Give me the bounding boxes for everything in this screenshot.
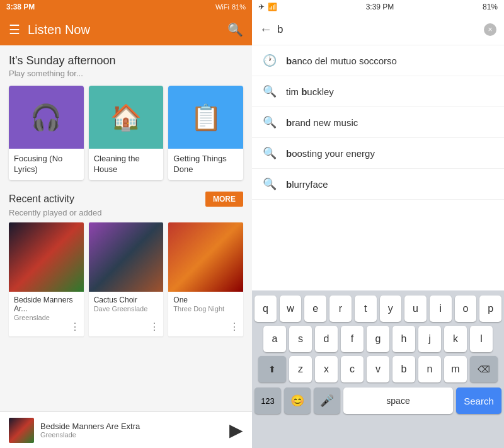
card-img-getting: 📋: [168, 86, 243, 149]
key-z[interactable]: z: [289, 356, 312, 382]
suggestion-item-1[interactable]: 🕐 banco del mutuo soccorso: [252, 45, 504, 76]
battery-left: 81%: [232, 3, 246, 11]
cards-row: 🎧 Focusing (No Lyrics) 🏠 Cleaning the Ho…: [0, 79, 252, 187]
key-t[interactable]: t: [355, 296, 377, 322]
card-img-cleaning: 🏠: [89, 86, 164, 149]
suggestion-text-1: banco del mutuo soccorso: [286, 55, 397, 66]
key-u[interactable]: u: [404, 296, 427, 322]
suggestion-item-2[interactable]: 🔍 tim buckley: [252, 76, 504, 107]
key-q[interactable]: q: [255, 296, 277, 322]
album-art-2: [89, 222, 164, 292]
key-row-2: a s d f g h j k l: [255, 326, 501, 352]
key-i[interactable]: i: [430, 296, 452, 322]
hamburger-menu[interactable]: ☰: [9, 22, 20, 37]
key-x[interactable]: x: [315, 356, 338, 382]
key-k[interactable]: k: [444, 326, 467, 352]
key-b[interactable]: b: [392, 356, 415, 382]
key-search[interactable]: Search: [456, 388, 501, 414]
clear-button[interactable]: ×: [484, 23, 496, 36]
key-space[interactable]: space: [343, 388, 453, 414]
key-row-3: ⬆ z x c v b n m ⌫: [255, 356, 501, 382]
status-bar-left: 3:38 PM WiFi 81%: [0, 0, 252, 14]
key-c[interactable]: c: [341, 356, 364, 382]
key-g[interactable]: g: [367, 326, 389, 352]
key-w[interactable]: w: [280, 296, 302, 322]
suggestion-item-5[interactable]: 🔍 blurryface: [252, 169, 504, 200]
key-e[interactable]: e: [304, 296, 326, 322]
heading-title: It's Sunday afternoon: [9, 54, 243, 67]
back-arrow-button[interactable]: ←: [260, 22, 272, 37]
suggestion-text-3: brand new music: [286, 117, 358, 128]
card-img-focusing: 🎧: [9, 86, 84, 149]
key-l[interactable]: l: [470, 326, 493, 352]
key-p[interactable]: p: [479, 296, 501, 322]
toolbar: ☰ Listen Now 🔍: [0, 14, 252, 45]
suggestion-item-4[interactable]: 🔍 boosting your energy: [252, 138, 504, 169]
listen-content: It's Sunday afternoon Play something for…: [0, 45, 252, 411]
battery-right: 81%: [483, 3, 498, 11]
key-d[interactable]: d: [315, 326, 338, 352]
album-row: Bedside Manners Ar... Greenslade ⋮ Cactu…: [9, 222, 243, 336]
search-input[interactable]: [277, 23, 479, 36]
search-button[interactable]: 🔍: [227, 22, 243, 37]
status-bar-right: ✈ 📶 3:39 PM 81%: [252, 0, 504, 14]
key-a[interactable]: a: [263, 326, 286, 352]
status-right-icons: ✈ 📶: [258, 3, 277, 11]
card-label-getting: Getting Things Done: [168, 149, 243, 180]
album-dots-2[interactable]: ⋮: [149, 321, 159, 333]
album-card-3[interactable]: One Three Dog Night ⋮: [168, 222, 243, 336]
play-button[interactable]: ▶: [229, 420, 243, 440]
right-panel: ✈ 📶 3:39 PM 81% ← × 🕐 banco del mutuo so…: [252, 0, 504, 448]
delete-key[interactable]: ⌫: [470, 356, 498, 382]
recent-title: Recent activity: [9, 193, 74, 205]
key-h[interactable]: h: [392, 326, 415, 352]
album-name-2: Cactus Choir: [94, 296, 159, 304]
album-card-2[interactable]: Cactus Choir Dave Greenslade ⋮: [89, 222, 164, 336]
key-r[interactable]: r: [329, 296, 352, 322]
key-123[interactable]: 123: [255, 388, 281, 414]
suggestion-text-2: tim buckley: [286, 86, 334, 97]
album-name-1: Bedside Manners Ar...: [14, 296, 79, 313]
now-playing-art: [9, 418, 34, 443]
suggestion-item-3[interactable]: 🔍 brand new music: [252, 107, 504, 138]
toolbar-title: Listen Now: [28, 23, 90, 37]
album-card-1[interactable]: Bedside Manners Ar... Greenslade ⋮: [9, 222, 84, 336]
status-icons-left: WiFi 81%: [215, 3, 246, 11]
search-bar: ← ×: [252, 14, 504, 45]
key-n[interactable]: n: [418, 356, 441, 382]
key-y[interactable]: y: [380, 296, 402, 322]
now-playing-artist: Greenslade: [40, 431, 140, 439]
album-dots-1[interactable]: ⋮: [70, 321, 80, 333]
album-dots-3[interactable]: ⋮: [229, 321, 239, 333]
search-icon-2: 🔍: [262, 84, 277, 98]
shift-key[interactable]: ⬆: [258, 356, 286, 382]
search-icon-3: 🔍: [262, 115, 277, 129]
card-getting[interactable]: 📋 Getting Things Done: [168, 86, 243, 180]
wifi-icon-right: 📶: [268, 3, 277, 11]
recent-subtitle: Recently played or added: [9, 208, 243, 217]
key-m[interactable]: m: [444, 356, 467, 382]
card-focusing[interactable]: 🎧 Focusing (No Lyrics): [9, 86, 84, 180]
card-label-focusing: Focusing (No Lyrics): [9, 149, 84, 180]
suggestion-text-5: blurryface: [286, 179, 328, 190]
now-playing-left: Bedside Manners Are Extra Greenslade: [9, 418, 140, 443]
key-s[interactable]: s: [289, 326, 312, 352]
key-f[interactable]: f: [341, 326, 364, 352]
key-mic[interactable]: 🎤: [314, 388, 340, 414]
toolbar-left: ☰ Listen Now: [9, 22, 90, 37]
now-playing-bar[interactable]: Bedside Manners Are Extra Greenslade ▶: [0, 411, 252, 448]
recent-header: Recent activity MORE: [9, 192, 243, 207]
recent-section: Recent activity MORE Recently played or …: [0, 187, 252, 342]
key-v[interactable]: v: [367, 356, 389, 382]
search-icon-5: 🔍: [262, 177, 277, 191]
key-j[interactable]: j: [418, 326, 441, 352]
key-emoji[interactable]: 😊: [284, 388, 311, 414]
key-o[interactable]: o: [455, 296, 477, 322]
card-cleaning[interactable]: 🏠 Cleaning the House: [89, 86, 164, 180]
time-right: 3:39 PM: [366, 3, 394, 11]
suggestion-text-4: boosting your energy: [286, 148, 375, 159]
airplane-icon: ✈: [258, 3, 265, 11]
more-button[interactable]: MORE: [205, 192, 243, 207]
heading-subtitle: Play something for...: [9, 69, 243, 78]
keyboard-bottom-row: 123 😊 🎤 space Search: [252, 388, 504, 418]
